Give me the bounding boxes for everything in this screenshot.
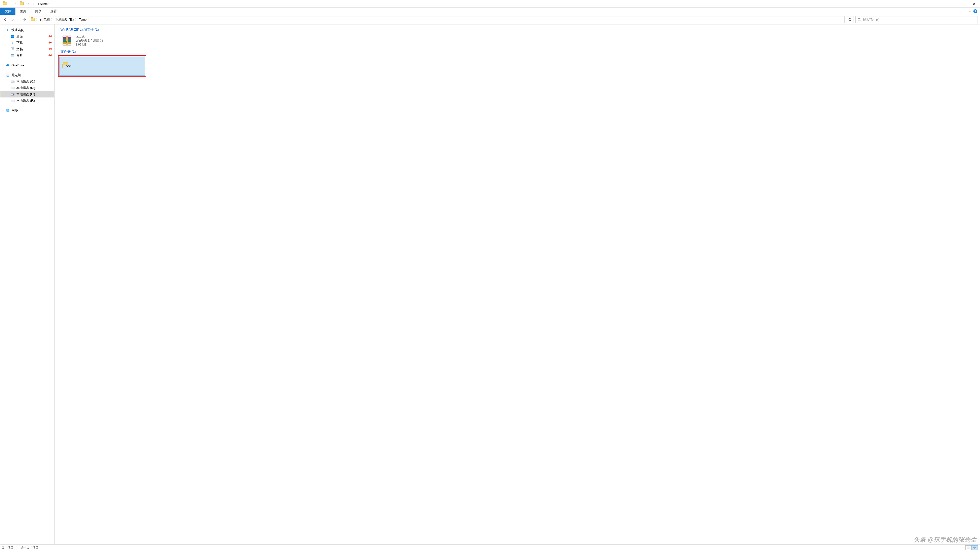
refresh-button[interactable] xyxy=(846,16,854,23)
drive-icon xyxy=(11,86,14,90)
svg-line-5 xyxy=(860,20,861,21)
status-bar: 2 个项目 选中 1 个项目 xyxy=(0,545,980,551)
svg-rect-18 xyxy=(975,546,976,548)
svg-rect-19 xyxy=(973,548,974,549)
forward-button[interactable] xyxy=(10,17,16,22)
minimize-icon xyxy=(950,3,953,5)
close-button[interactable] xyxy=(969,0,980,7)
file-item-textzip[interactable]: text.zip WinRAR ZIP 压缩文件 8.97 MB xyxy=(57,33,148,48)
address-dropdown-button[interactable]: ⌄ xyxy=(837,16,843,23)
chevron-right-icon: 〉 xyxy=(51,18,54,21)
pc-icon xyxy=(6,73,10,77)
status-separator xyxy=(17,546,17,549)
help-icon[interactable]: ? xyxy=(974,9,977,13)
ribbon-tab-file[interactable]: 文件 xyxy=(0,8,16,15)
pin-icon: 📌 xyxy=(48,34,52,39)
arrow-up-icon xyxy=(23,18,27,21)
back-button[interactable] xyxy=(2,17,8,22)
ribbon-tab-home[interactable]: 主页 xyxy=(16,8,30,15)
ribbon-collapse-icon[interactable]: ⌄ xyxy=(969,10,971,13)
qat-customize-icon[interactable]: ▾ xyxy=(26,1,31,6)
ribbon-tab-share[interactable]: 共享 xyxy=(30,8,46,15)
nav-pictures[interactable]: 图片 📌 xyxy=(0,52,54,59)
recent-locations-button[interactable]: ⌄ xyxy=(17,17,20,22)
nav-drive-e[interactable]: 本地磁盘 (E:) xyxy=(0,91,54,97)
chevron-right-icon: 〉 xyxy=(75,18,78,21)
nav-drive-d[interactable]: 本地磁盘 (D:) xyxy=(0,85,54,91)
maximize-icon xyxy=(962,3,964,5)
nav-this-pc[interactable]: 此电脑 xyxy=(0,72,54,78)
pin-icon: 📌 xyxy=(48,40,52,45)
breadcrumb-drive-e[interactable]: 本地磁盘 (E:)〉 xyxy=(55,17,78,22)
window-title: E:\Temp xyxy=(38,2,49,6)
download-icon: ↓ xyxy=(11,41,14,45)
status-item-count: 2 个项目 xyxy=(2,546,13,550)
chevron-right-icon: 〉 xyxy=(88,18,91,21)
address-folder-icon xyxy=(31,17,35,22)
arrow-right-icon xyxy=(11,18,14,21)
navigation-row: ⌄ 〉 此电脑〉 本地磁盘 (E:)〉 Temp〉 ⌄ xyxy=(0,15,980,24)
pin-icon: 📌 xyxy=(48,46,52,51)
view-details-button[interactable] xyxy=(965,545,972,550)
chevron-down-icon: ⌄ xyxy=(57,51,59,53)
chevron-right-icon: 〉 xyxy=(36,18,39,21)
close-icon xyxy=(973,3,975,5)
search-box[interactable] xyxy=(855,16,978,23)
highlighted-selection-annotation: text xyxy=(58,56,146,77)
breadcrumb-this-pc[interactable]: 此电脑〉 xyxy=(40,17,54,22)
svg-rect-20 xyxy=(975,548,976,549)
qat-separator-2: | xyxy=(33,2,34,6)
drive-icon xyxy=(11,92,14,96)
document-icon xyxy=(11,47,14,51)
folder-icon xyxy=(62,64,63,68)
file-size: 8.97 MB xyxy=(76,43,105,46)
breadcrumb-temp[interactable]: Temp〉 xyxy=(79,18,91,21)
content-pane: ⌄ WinRAR ZIP 压缩文件 (1) text.zip WinRAR ZI… xyxy=(55,24,980,545)
chevron-down-icon: ⌄ xyxy=(57,29,59,31)
group-header-folder[interactable]: ⌄ 文件夹 (1) xyxy=(57,49,977,54)
drive-icon xyxy=(11,79,14,84)
details-view-icon xyxy=(967,546,970,549)
nav-downloads[interactable]: ↓ 下载 📌 xyxy=(0,40,54,46)
qat-folder-icon[interactable] xyxy=(2,1,8,6)
arrow-left-icon xyxy=(3,18,7,21)
group-header-zip[interactable]: ⌄ WinRAR ZIP 压缩文件 (1) xyxy=(57,27,977,32)
view-tiles-button[interactable] xyxy=(971,545,978,550)
ribbon: 文件 主页 共享 查看 ⌄ ? xyxy=(0,8,980,15)
search-icon xyxy=(858,18,861,21)
network-icon xyxy=(6,108,10,113)
svg-rect-17 xyxy=(973,546,974,548)
tiles-view-icon xyxy=(973,546,976,549)
nav-drive-f[interactable]: 本地磁盘 (F:) xyxy=(0,97,54,104)
svg-rect-12 xyxy=(66,36,68,45)
drive-icon xyxy=(11,99,14,103)
folder-item-text[interactable]: text xyxy=(59,57,145,76)
nav-desktop[interactable]: 桌面 📌 xyxy=(0,33,54,40)
maximize-button[interactable] xyxy=(957,0,969,7)
svg-rect-1 xyxy=(962,3,964,5)
nav-onedrive[interactable]: OneDrive xyxy=(0,62,54,68)
ribbon-tab-view[interactable]: 查看 xyxy=(46,8,61,15)
address-bar[interactable]: 〉 此电脑〉 本地磁盘 (E:)〉 Temp〉 ⌄ xyxy=(29,16,845,23)
search-input[interactable] xyxy=(863,18,975,21)
minimize-button[interactable] xyxy=(946,0,957,7)
up-button[interactable] xyxy=(22,17,28,22)
folder-name: text xyxy=(67,64,71,68)
picture-icon xyxy=(11,54,14,57)
qat-properties-icon[interactable]: ☑ xyxy=(12,1,18,6)
svg-rect-13 xyxy=(67,41,67,43)
cloud-icon xyxy=(6,64,10,67)
qat-separator: | xyxy=(10,2,10,6)
qat-newfolder-icon[interactable] xyxy=(19,1,24,6)
nav-network[interactable]: 网络 xyxy=(0,107,54,114)
svg-point-4 xyxy=(858,18,860,20)
file-type: WinRAR ZIP 压缩文件 xyxy=(76,39,105,43)
star-icon: ★ xyxy=(6,28,10,32)
nav-drive-c[interactable]: 本地磁盘 (C:) xyxy=(0,78,54,85)
title-bar: | ☑ ▾ | E:\Temp xyxy=(0,0,980,8)
file-name: text.zip xyxy=(76,35,105,39)
nav-documents[interactable]: 文档 📌 xyxy=(0,46,54,52)
winrar-icon xyxy=(61,35,73,46)
nav-quick-access[interactable]: ★ 快速访问 xyxy=(0,27,54,33)
status-selection: 选中 1 个项目 xyxy=(21,546,38,550)
